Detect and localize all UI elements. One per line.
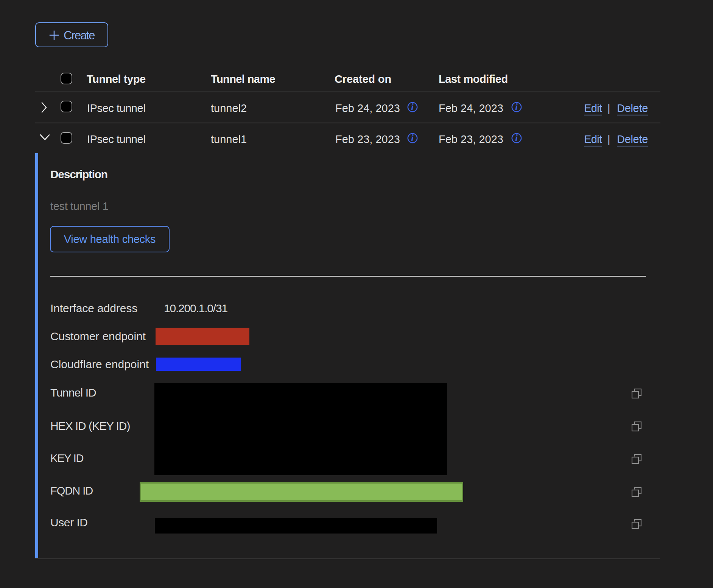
svg-text:i: i [515,102,518,112]
svg-text:i: i [411,102,414,112]
svg-text:i: i [515,133,518,143]
svg-text:i: i [411,133,414,143]
